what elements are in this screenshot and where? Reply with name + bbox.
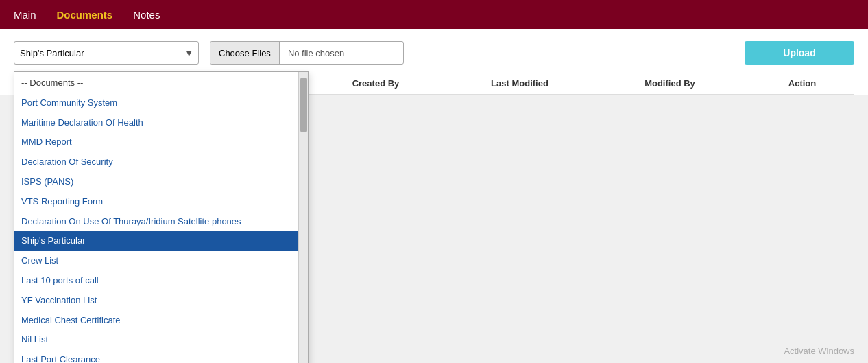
file-input-wrapper: Choose Files No file chosen — [210, 41, 404, 65]
dropdown-overlay: -- Documents --Port Community SystemMari… — [14, 71, 309, 363]
dropdown-item[interactable]: Medical Chest Certificate — [14, 311, 298, 331]
document-select-wrapper: -- Documents --Port Community SystemMari… — [14, 41, 199, 65]
dropdown-item[interactable]: Declaration On Use Of Thuraya/Iridium Sa… — [14, 212, 298, 232]
top-nav: Main Documents Notes — [0, 0, 868, 29]
dropdown-scrollbar[interactable] — [298, 72, 308, 363]
toolbar-row: -- Documents --Port Community SystemMari… — [14, 41, 854, 65]
dropdown-list: -- Documents --Port Community SystemMari… — [14, 72, 298, 363]
nav-notes[interactable]: Notes — [133, 6, 160, 23]
dropdown-item[interactable]: VTS Reporting Form — [14, 192, 298, 212]
activate-windows-watermark: Activate Windows — [784, 346, 854, 356]
col-header-last-modified: Last Modified — [450, 78, 590, 89]
col-header-created: Created By — [302, 78, 450, 89]
nav-documents[interactable]: Documents — [57, 6, 113, 23]
dropdown-item[interactable]: -- Documents -- — [14, 73, 298, 93]
upload-button[interactable]: Upload — [745, 41, 854, 65]
dropdown-item[interactable]: Last Port Clearance — [14, 350, 298, 363]
nav-main[interactable]: Main — [14, 6, 36, 23]
dropdown-item[interactable]: Maritime Declaration Of Health — [14, 113, 298, 133]
col-header-modified-by: Modified By — [590, 78, 750, 89]
dropdown-item[interactable]: Last 10 ports of call — [14, 271, 298, 291]
dropdown-item[interactable]: Crew List — [14, 251, 298, 271]
dropdown-item[interactable]: MMD Report — [14, 132, 298, 152]
document-select[interactable]: -- Documents --Port Community SystemMari… — [14, 41, 199, 65]
dropdown-item[interactable]: Port Community System — [14, 93, 298, 113]
dropdown-item[interactable]: Declaration Of Security — [14, 152, 298, 172]
dropdown-item[interactable]: YF Vaccination List — [14, 291, 298, 311]
file-name-label: No file chosen — [280, 48, 403, 58]
dropdown-item[interactable]: ISPS (PANS) — [14, 172, 298, 192]
scrollbar-thumb — [300, 78, 307, 132]
choose-files-button[interactable]: Choose Files — [210, 42, 280, 64]
dropdown-item[interactable]: Ship's Particular — [14, 231, 298, 251]
col-header-action: Action — [750, 78, 854, 89]
dropdown-item[interactable]: Nil List — [14, 330, 298, 350]
